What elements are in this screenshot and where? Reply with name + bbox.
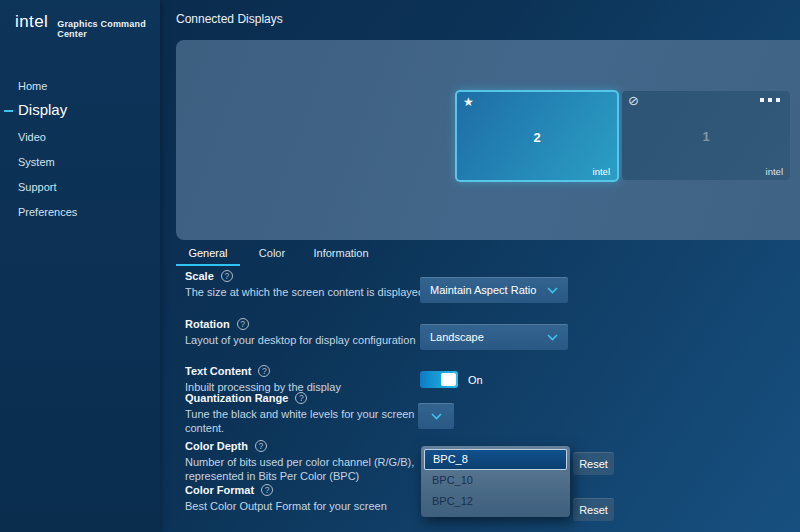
sidebar-item-system[interactable]: System (18, 156, 55, 168)
quantization-range-description: Tune the black and white levels for your… (185, 407, 425, 435)
dot (776, 98, 780, 102)
help-icon[interactable]: ? (295, 392, 307, 404)
display-1[interactable]: ⊘ 1 intel (622, 91, 790, 180)
sidebar-item-video[interactable]: Video (18, 131, 46, 143)
display-number: 2 (457, 130, 617, 145)
color-depth-reset-button[interactable]: Reset (573, 452, 614, 475)
quantization-range-label-row: Quantization Range ? (185, 392, 307, 404)
color-format-label-row: Color Format ? (185, 484, 273, 496)
tab-general[interactable]: General (176, 243, 240, 266)
main-content: Connected Displays ★ 2 intel ⊘ 1 intel G… (160, 0, 800, 532)
quantization-range-dropdown[interactable] (418, 403, 454, 429)
option-bpc-8[interactable]: BPC_8 (424, 449, 567, 470)
color-depth-label: Color Depth (185, 440, 248, 452)
chevron-down-icon (547, 334, 558, 341)
text-content-label-row: Text Content ? (185, 365, 270, 377)
chevron-down-icon (547, 287, 558, 294)
star-icon: ★ (463, 95, 474, 109)
intel-wordmark: intel (766, 166, 783, 177)
help-icon[interactable]: ? (237, 318, 249, 330)
rotation-label: Rotation (185, 318, 230, 330)
active-indicator (4, 110, 13, 112)
option-bpc-12[interactable]: BPC_12 (424, 491, 567, 512)
color-depth-listbox: BPC_8 BPC_10 BPC_12 (421, 446, 570, 517)
sidebar-item-display[interactable]: Display (18, 101, 67, 118)
intel-wordmark: intel (593, 166, 610, 177)
help-icon[interactable]: ? (255, 440, 267, 452)
rotation-label-row: Rotation ? (185, 318, 249, 330)
logo-row: intel Graphics Command Center (15, 12, 160, 39)
color-depth-description: Number of bits used per color channel (R… (185, 455, 443, 483)
option-bpc-10[interactable]: BPC_10 (424, 470, 567, 491)
app-window: intel Graphics Command Center Home Displ… (0, 0, 800, 532)
sidebar: intel Graphics Command Center Home Displ… (0, 0, 160, 532)
text-content-label: Text Content (185, 365, 251, 377)
intel-logo: intel (15, 12, 48, 32)
color-format-reset-button[interactable]: Reset (573, 498, 614, 521)
sidebar-item-support[interactable]: Support (18, 181, 57, 193)
quantization-range-label: Quantization Range (185, 392, 288, 404)
rotation-dropdown[interactable]: Landscape (420, 324, 568, 350)
disabled-icon: ⊘ (628, 94, 639, 108)
scale-dropdown-value: Maintain Aspect Ratio (430, 284, 536, 296)
sidebar-item-preferences[interactable]: Preferences (18, 206, 77, 218)
scale-label-row: Scale ? (185, 270, 233, 282)
color-depth-label-row: Color Depth ? (185, 440, 267, 452)
help-icon[interactable]: ? (221, 270, 233, 282)
display-2[interactable]: ★ 2 intel (455, 90, 619, 182)
tab-information[interactable]: Information (304, 243, 378, 266)
dot (768, 98, 772, 102)
scale-label: Scale (185, 270, 214, 282)
help-icon[interactable]: ? (258, 365, 270, 377)
sidebar-item-home[interactable]: Home (18, 80, 47, 92)
dot (760, 98, 764, 102)
chevron-down-icon (431, 413, 442, 420)
color-format-label: Color Format (185, 484, 254, 496)
tab-bar: General Color Information (176, 243, 378, 266)
display-number: 1 (622, 129, 790, 144)
toggle-knob (441, 373, 456, 386)
more-options-icon[interactable] (760, 98, 780, 102)
displays-canvas: ★ 2 intel ⊘ 1 intel (176, 40, 800, 240)
scale-dropdown[interactable]: Maintain Aspect Ratio (420, 277, 568, 303)
tab-color[interactable]: Color (240, 243, 304, 266)
text-content-toggle[interactable] (420, 371, 458, 388)
page-title: Connected Displays (176, 12, 283, 26)
rotation-dropdown-value: Landscape (430, 331, 484, 343)
app-title: Graphics Command Center (57, 19, 160, 39)
help-icon[interactable]: ? (261, 484, 273, 496)
toggle-state-label: On (468, 374, 483, 386)
